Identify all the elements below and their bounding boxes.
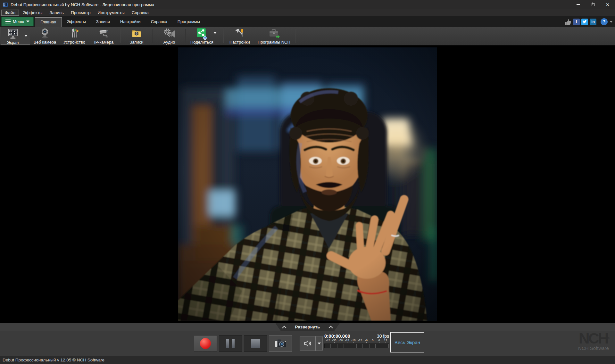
nch-suite-icon	[268, 28, 280, 39]
toolbar-separator	[153, 29, 153, 43]
device-button[interactable]: Устройство	[60, 27, 89, 45]
share-dropdown-icon[interactable]	[213, 32, 217, 34]
debut-app-window: Debut Профессиональный by NCH Software -…	[0, 0, 615, 364]
stop-button[interactable]	[244, 335, 267, 352]
twitter-icon[interactable]	[581, 19, 588, 25]
menu-button-label: Меню	[13, 19, 24, 24]
help-icon[interactable]: ?	[601, 18, 608, 25]
share-icon	[195, 28, 208, 39]
chevron-down-icon	[318, 343, 321, 344]
settings-label: Настройки	[229, 40, 250, 45]
status-text: Debut Профессиональный v 12.05 © NCH Sof…	[3, 358, 104, 362]
pause-icon	[226, 339, 235, 348]
meter-ticks	[324, 342, 389, 343]
app-icon	[3, 2, 8, 7]
screen-dropdown-icon[interactable]	[24, 35, 28, 37]
webcam-icon	[39, 28, 51, 39]
fullscreen-label: Весь Экран	[395, 340, 420, 345]
menu-bar: Файл Эффекты Запись Просмотр Инструменты…	[0, 9, 615, 16]
nch-programs-button[interactable]: Программы NCH	[254, 27, 294, 45]
chevron-up-icon	[282, 326, 287, 328]
status-bar: Debut Профессиональный v 12.05 © NCH Sof…	[0, 356, 615, 364]
toolbar-separator	[295, 29, 295, 43]
restore-button[interactable]	[586, 0, 600, 9]
toolbar-separator	[120, 29, 121, 43]
help-caret-icon[interactable]	[610, 21, 612, 23]
pause-button[interactable]	[219, 335, 242, 352]
device-label: Устройство	[63, 40, 85, 45]
speaker-icon	[300, 340, 315, 347]
tab-programs[interactable]: Программы	[172, 17, 205, 27]
record-button[interactable]	[194, 335, 217, 352]
audio-settings-icon	[163, 28, 176, 39]
stop-icon	[251, 339, 260, 348]
nch-watermark: NCH® NCH Software	[573, 331, 614, 351]
close-icon: ✕	[606, 2, 610, 7]
linkedin-letters: in	[591, 20, 595, 24]
fullscreen-button[interactable]: Весь Экран	[390, 332, 424, 352]
chevron-up-icon	[328, 326, 333, 328]
audio-monitor-button[interactable]	[300, 336, 323, 351]
video-frame	[178, 47, 437, 321]
hamburger-icon	[5, 20, 11, 23]
nch-logo: NCH®	[573, 331, 614, 345]
ip-camera-label: IP-камера	[94, 40, 113, 45]
recordings-folder-icon	[130, 28, 143, 39]
social-links: f in ?	[564, 18, 615, 27]
menu-record[interactable]: Запись	[46, 10, 67, 15]
facebook-letter: f	[576, 19, 577, 24]
tab-bar: Меню Главная Эффекты Записи Настройки Сп…	[0, 16, 615, 27]
facebook-icon[interactable]: f	[573, 19, 580, 25]
menu-view[interactable]: Просмотр	[68, 10, 94, 15]
nch-logo-subtext: NCH Software	[573, 345, 614, 351]
meter-scale: -42-36-30-24-18-12-60612	[324, 339, 389, 342]
ip-camera-button[interactable]: IP-камера	[89, 27, 119, 45]
expand-label: Развернуть	[295, 325, 320, 329]
main-toolbar: Экран Веб камера	[0, 27, 615, 46]
expand-panel-button[interactable]: Развернуть	[276, 323, 340, 331]
menu-tools[interactable]: Инструменты	[95, 10, 128, 15]
title-bar: Debut Профессиональный by NCH Software -…	[0, 0, 615, 9]
close-button[interactable]: ✕	[600, 0, 615, 9]
preview-area	[0, 46, 615, 323]
menu-help[interactable]: Справка	[129, 10, 152, 15]
tab-recordings[interactable]: Записи	[91, 17, 115, 27]
options-tools-icon	[234, 28, 246, 39]
share-label: Поделиться	[190, 40, 213, 45]
webcam-label: Веб камера	[34, 40, 56, 45]
minimize-icon	[577, 4, 580, 5]
menu-dropdown-button[interactable]: Меню	[1, 17, 34, 26]
toolbar-separator	[223, 29, 224, 43]
tab-help[interactable]: Справка	[146, 17, 172, 27]
menu-file[interactable]: Файл	[1, 10, 19, 16]
help-question-mark: ?	[603, 19, 606, 24]
tab-effects[interactable]: Эффекты	[62, 17, 91, 27]
restore-icon	[592, 3, 594, 6]
like-icon[interactable]	[564, 19, 571, 25]
minimize-button[interactable]	[571, 0, 586, 9]
recordings-button[interactable]: Записи	[122, 27, 151, 45]
webcam-button[interactable]: Веб камера	[30, 27, 60, 45]
level-meter-bar	[324, 343, 389, 348]
recordings-label: Записи	[129, 40, 143, 45]
record-icon	[200, 338, 211, 349]
toolbar-separator	[185, 29, 186, 43]
nch-programs-label: Программы NCH	[258, 40, 290, 45]
screen-capture-button[interactable]: Экран	[1, 27, 30, 45]
audio-button[interactable]: Аудио	[154, 27, 184, 45]
menu-effects[interactable]: Эффекты	[20, 10, 46, 15]
settings-button[interactable]: Настройки	[225, 27, 254, 45]
fps-indicator: 30 fps	[377, 334, 389, 339]
screen-capture-label: Экран	[7, 40, 19, 45]
audio-dropdown[interactable]	[315, 336, 322, 351]
snapshot-button[interactable]	[269, 335, 292, 352]
audio-label: Аудио	[163, 40, 175, 45]
device-cables-icon	[69, 28, 80, 39]
linkedin-icon[interactable]: in	[590, 19, 596, 25]
expand-strip: Развернуть	[0, 323, 615, 331]
tab-home[interactable]: Главная	[35, 17, 62, 27]
tab-settings[interactable]: Настройки	[115, 17, 146, 27]
screen-capture-icon	[6, 28, 20, 40]
control-bar: 0:00:00.000 30 fps -42-36-30-24-18-12-60…	[0, 331, 615, 356]
share-button[interactable]: Поделиться	[187, 27, 222, 45]
